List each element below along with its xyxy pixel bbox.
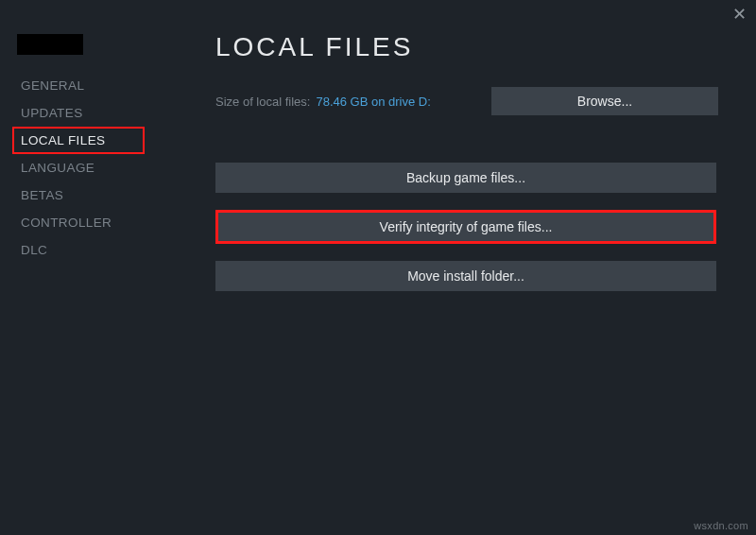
browse-button[interactable]: Browse... [491, 87, 718, 115]
verify-integrity-button[interactable]: Verify integrity of game files... [215, 210, 716, 244]
sidebar-item-local-files[interactable]: LOCAL FILES [12, 127, 145, 154]
properties-window: GENERAL UPDATES LOCAL FILES LANGUAGE BET… [0, 0, 756, 535]
watermark: wsxdn.com [694, 520, 748, 531]
main-panel: LOCAL FILES Size of local files: 78.46 G… [170, 0, 756, 535]
sidebar-item-language[interactable]: LANGUAGE [0, 154, 170, 181]
backup-game-files-button[interactable]: Backup game files... [215, 163, 716, 193]
sidebar-item-betas[interactable]: BETAS [0, 181, 170, 209]
size-label: Size of local files: [215, 95, 310, 109]
game-title-redacted [17, 34, 83, 55]
close-icon[interactable]: ✕ [732, 6, 747, 23]
sidebar-item-general[interactable]: GENERAL [0, 72, 170, 99]
sidebar-item-updates[interactable]: UPDATES [0, 99, 170, 127]
sidebar-item-dlc[interactable]: DLC [0, 236, 170, 264]
sidebar-item-controller[interactable]: CONTROLLER [0, 209, 170, 236]
sidebar: GENERAL UPDATES LOCAL FILES LANGUAGE BET… [0, 0, 170, 535]
size-value: 78.46 GB on drive D: [316, 95, 430, 109]
size-row: Size of local files: 78.46 GB on drive D… [215, 87, 718, 115]
page-title: LOCAL FILES [215, 32, 718, 62]
move-install-folder-button[interactable]: Move install folder... [215, 261, 716, 291]
